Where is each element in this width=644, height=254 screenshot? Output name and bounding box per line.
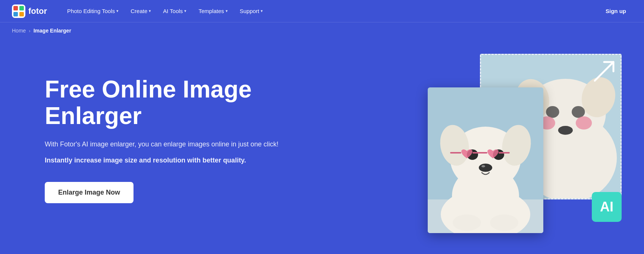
svg-rect-27	[450, 152, 461, 154]
svg-point-29	[479, 164, 492, 172]
ai-badge: AI	[592, 192, 622, 222]
breadcrumb: Home › Image Enlarger	[0, 22, 644, 39]
svg-rect-3	[13, 12, 18, 16]
svg-rect-4	[19, 12, 24, 16]
signup-button[interactable]: Sign up	[600, 5, 632, 17]
svg-line-15	[595, 62, 613, 81]
chevron-down-icon: ▾	[184, 9, 186, 13]
hero-visual: AI	[428, 54, 622, 233]
breadcrumb-current: Image Enlarger	[34, 28, 71, 34]
navigation: fotor Photo Editing Tools ▾ Create ▾ AI …	[0, 0, 644, 22]
chevron-down-icon: ▾	[226, 9, 228, 13]
logo[interactable]: fotor	[12, 4, 47, 18]
svg-point-14	[576, 116, 592, 129]
svg-point-32	[490, 214, 518, 231]
svg-rect-2	[19, 6, 24, 10]
chevron-down-icon: ▾	[149, 9, 151, 13]
hero-section: Free Online Image Enlarger With Fotor's …	[0, 39, 644, 248]
svg-point-12	[558, 126, 573, 135]
enlarge-image-button[interactable]: Enlarge Image Now	[45, 182, 133, 203]
front-dog-image	[428, 87, 543, 233]
hero-title: Free Online Image Enlarger	[45, 76, 298, 129]
svg-rect-1	[13, 6, 18, 10]
chevron-down-icon: ▾	[261, 9, 263, 13]
svg-rect-28	[499, 152, 510, 154]
nav-photo-editing-tools[interactable]: Photo Editing Tools ▾	[62, 5, 124, 17]
nav-create[interactable]: Create ▾	[125, 5, 156, 17]
nav-support[interactable]: Support ▾	[235, 5, 268, 17]
svg-rect-26	[472, 152, 487, 154]
hero-content: Free Online Image Enlarger With Fotor's …	[45, 76, 298, 203]
nav-items: Photo Editing Tools ▾ Create ▾ AI Tools …	[62, 5, 600, 17]
svg-point-31	[453, 214, 481, 231]
nav-ai-tools[interactable]: AI Tools ▾	[158, 5, 192, 17]
fotor-logo-icon	[12, 4, 25, 18]
chevron-down-icon: ▾	[116, 9, 119, 13]
breadcrumb-separator: ›	[29, 28, 30, 34]
breadcrumb-home[interactable]: Home	[12, 28, 26, 34]
brand-name: fotor	[28, 6, 47, 16]
expand-arrow-icon	[591, 58, 617, 86]
svg-point-30	[481, 165, 485, 167]
svg-point-10	[546, 106, 559, 118]
hero-description-1: With Fotor's AI image enlarger, you can …	[45, 139, 298, 149]
nav-templates[interactable]: Templates ▾	[193, 5, 233, 17]
hero-description-2: Instantly increase image size and resolu…	[45, 155, 298, 165]
svg-point-11	[572, 106, 585, 118]
